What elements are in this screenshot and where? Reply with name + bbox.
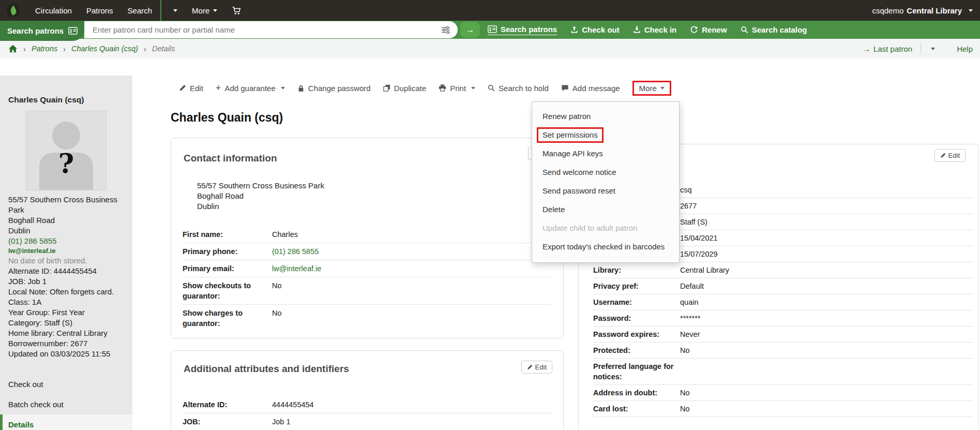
row-value: 4444455454 bbox=[272, 399, 314, 410]
table-row: Show charges to guarantor:No bbox=[183, 305, 552, 332]
user-library: Central Library bbox=[907, 6, 962, 15]
logged-in-user-menu[interactable]: csqdemo Central Library bbox=[872, 6, 980, 15]
pencil-icon bbox=[940, 153, 946, 158]
contact-address: 55/57 Southern Cross Business ParkBoghal… bbox=[197, 181, 324, 212]
more-button-highlight: More bbox=[632, 81, 671, 96]
menu-item-renew-patron[interactable]: Renew patron bbox=[532, 107, 679, 126]
print-button[interactable]: Print bbox=[439, 84, 475, 93]
set-permissions-highlight: Set permissions bbox=[537, 127, 604, 143]
divider bbox=[921, 43, 921, 54]
contact-information-card: Contact information Edit 55/57 Southern … bbox=[171, 138, 564, 338]
row-value: No bbox=[272, 280, 282, 291]
edit-button[interactable]: Edit bbox=[179, 84, 203, 93]
menu-item-send-password-reset[interactable]: Send password reset bbox=[532, 182, 679, 200]
message-icon bbox=[561, 84, 569, 92]
details-label: Address in doubt: bbox=[593, 388, 680, 398]
chevron-down-icon bbox=[213, 9, 217, 12]
nav-search-caret[interactable] bbox=[162, 0, 185, 21]
details-row: Card lost:No bbox=[593, 401, 973, 417]
text-line: Class: 1A bbox=[8, 297, 124, 307]
row-label: Primary phone: bbox=[183, 246, 272, 257]
patron-toolbar: Edit + Add guarantee Change password Dup… bbox=[179, 79, 671, 97]
details-value: ******* bbox=[680, 313, 701, 323]
sidebar-email-link[interactable]: lw@interleaf.ie bbox=[8, 246, 124, 256]
text-line: Dublin bbox=[197, 201, 324, 212]
details-edit-button[interactable]: Edit bbox=[934, 149, 966, 162]
details-value: Never bbox=[680, 329, 700, 339]
search-filters-icon[interactable] bbox=[441, 26, 450, 34]
help-link[interactable]: Help bbox=[957, 45, 973, 53]
text-line: Boghall Road bbox=[197, 191, 324, 201]
sidebar-menu-check-out[interactable]: Check out bbox=[0, 374, 132, 394]
breadcrumb-separator: › bbox=[23, 45, 26, 53]
chevron-down-icon bbox=[173, 9, 177, 12]
user-login: csqdemo bbox=[872, 6, 903, 15]
quick-search-patrons-link[interactable]: Search patrons bbox=[488, 25, 557, 35]
sidebar-menu-details[interactable]: Details bbox=[0, 414, 132, 430]
menu-item-export-today-s-checked-in-barcodes[interactable]: Export today's checked in barcodes bbox=[532, 238, 679, 256]
text-line: Alternate ID: 4444455454 bbox=[8, 266, 124, 276]
last-patron-dropdown-toggle[interactable] bbox=[931, 48, 935, 50]
row-value: Charles bbox=[272, 229, 298, 240]
cart-button[interactable] bbox=[224, 0, 249, 21]
sidebar-phone-link[interactable]: (01) 286 5855 bbox=[8, 236, 124, 246]
nav-circulation[interactable]: Circulation bbox=[28, 0, 79, 21]
breadcrumb-separator: › bbox=[144, 45, 146, 53]
add-message-button[interactable]: Add message bbox=[561, 84, 620, 93]
sidebar-no-dob: No date of birth stored. bbox=[8, 256, 124, 266]
attributes-edit-button[interactable]: Edit bbox=[521, 361, 552, 374]
home-icon[interactable] bbox=[8, 45, 18, 53]
text-line: 55/57 Southern Cross Business Park bbox=[8, 195, 124, 215]
chevron-down-icon bbox=[281, 87, 285, 90]
quick-check-out-link[interactable]: Check out bbox=[570, 25, 620, 34]
plus-icon: + bbox=[216, 84, 221, 92]
nav-search[interactable]: Search bbox=[120, 0, 160, 21]
breadcrumb-patrons[interactable]: Patrons bbox=[32, 45, 57, 53]
text-line: Category: Staff (S) bbox=[8, 318, 124, 328]
breadcrumb-patron-name[interactable]: Charles Quain (csq) bbox=[71, 45, 138, 53]
table-row: Primary phone:(01) 286 5855 bbox=[183, 243, 552, 260]
details-label: Password: bbox=[593, 313, 680, 323]
nav-patrons[interactable]: Patrons bbox=[79, 0, 120, 21]
search-patrons-tab[interactable]: Search patrons bbox=[0, 21, 84, 41]
cart-icon bbox=[232, 6, 242, 15]
search-to-hold-button[interactable]: Search to hold bbox=[488, 84, 549, 93]
sidebar-menu-batch-check-out[interactable]: Batch check out bbox=[0, 394, 132, 414]
more-button[interactable]: More bbox=[639, 84, 665, 93]
avatar-silhouette bbox=[52, 122, 80, 150]
details-value: No bbox=[680, 404, 690, 414]
nav-more[interactable]: More bbox=[185, 0, 224, 21]
details-value: Staff (S) bbox=[680, 217, 707, 227]
details-row: Password:******* bbox=[593, 310, 973, 327]
koha-logo[interactable] bbox=[5, 3, 21, 18]
quick-search-catalog-link[interactable]: Search catalog bbox=[741, 25, 807, 34]
change-password-button[interactable]: Change password bbox=[297, 84, 371, 93]
page-title: Charles Quain (csq) bbox=[171, 111, 283, 125]
details-row: Privacy pref:Default bbox=[593, 278, 973, 294]
details-value: No bbox=[680, 345, 690, 355]
row-value-link[interactable]: lw@interleaf.ie bbox=[272, 263, 321, 274]
quick-check-in-link[interactable]: Check in bbox=[633, 25, 677, 34]
menu-item-manage-api-keys[interactable]: Manage API keys bbox=[532, 144, 679, 163]
menu-item-set-permissions[interactable]: Set permissions bbox=[532, 126, 679, 144]
breadcrumb-current: Details bbox=[152, 45, 175, 53]
row-label: Primary email: bbox=[183, 263, 272, 274]
add-guarantee-button[interactable]: + Add guarantee bbox=[216, 84, 285, 93]
quick-renew-link[interactable]: Renew bbox=[690, 25, 727, 34]
check-in-icon bbox=[633, 26, 641, 34]
duplicate-button[interactable]: Duplicate bbox=[383, 84, 427, 93]
row-value-link[interactable]: (01) 286 5855 bbox=[272, 246, 319, 257]
details-label: Password expires: bbox=[593, 329, 680, 339]
patron-search-input[interactable] bbox=[84, 25, 441, 34]
patron-search-submit-button[interactable]: → bbox=[460, 22, 480, 38]
row-value: No bbox=[272, 308, 282, 318]
table-row: Primary email:lw@interleaf.ie bbox=[183, 260, 552, 277]
sidebar-address: 55/57 Southern Cross Business ParkBoghal… bbox=[8, 195, 124, 236]
menu-item-send-welcome-notice[interactable]: Send welcome notice bbox=[532, 163, 679, 182]
arrow-right-icon: → bbox=[863, 45, 870, 53]
breadcrumb: › Patrons › Charles Quain (csq) › Detail… bbox=[0, 45, 175, 53]
text-line: JOB: Job 1 bbox=[8, 276, 124, 287]
last-patron-button[interactable]: → Last patron bbox=[863, 45, 912, 53]
menu-item-delete[interactable]: Delete bbox=[532, 200, 679, 219]
details-value: 2677 bbox=[680, 201, 697, 211]
